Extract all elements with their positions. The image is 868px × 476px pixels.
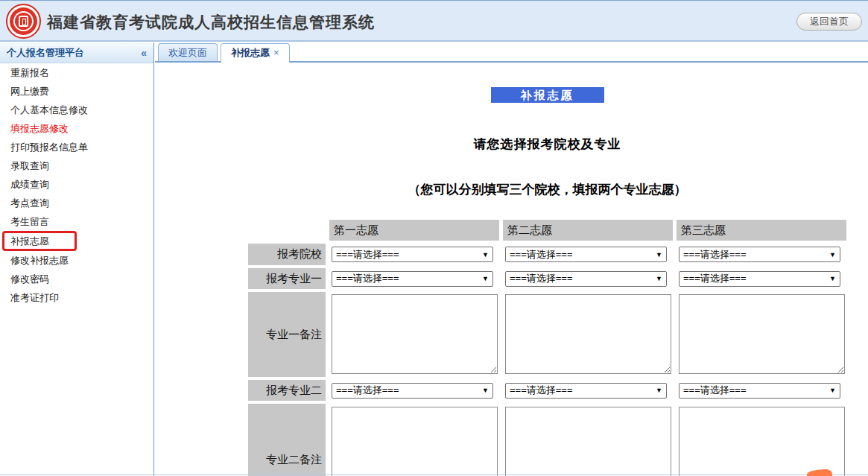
row-label-major1: 报考专业一 — [248, 268, 326, 289]
corner-spacer-cell — [248, 220, 326, 241]
select-value: ===请选择=== — [510, 272, 573, 285]
major2-remark-textarea-choice-1[interactable] — [332, 407, 498, 476]
sidebar-item-change-password[interactable]: 修改密码 — [0, 270, 153, 288]
sidebar-item-print-admission-ticket[interactable]: 准考证打印 — [0, 288, 153, 307]
major1-select-choice-3[interactable]: ===请选择===▼ — [679, 271, 840, 287]
sidebar-header: 个人报名管理平台 « — [0, 42, 153, 63]
sidebar-item-admission-query[interactable]: 录取查询 — [0, 156, 153, 175]
column-header-first-choice: 第一志愿 — [329, 220, 499, 241]
tab-bar: 欢迎页面 补报志愿× — [155, 42, 868, 63]
sidebar: 个人报名管理平台 « 重新报名 网上缴费 个人基本信息修改 填报志愿修改 打印预… — [0, 42, 154, 476]
page-title: 福建省教育考试院成人高校招生信息管理系统 — [47, 12, 375, 33]
form-subheading: （您可以分别填写三个院校，填报两个专业志愿） — [248, 181, 846, 198]
row-label-college: 报考院校 — [248, 244, 326, 265]
dropdown-arrow-icon: ▼ — [482, 275, 489, 282]
college-select-choice-3[interactable]: ===请选择===▼ — [679, 247, 840, 262]
column-header-third-choice: 第三志愿 — [677, 220, 846, 241]
sidebar-item-reregister[interactable]: 重新报名 — [0, 63, 153, 82]
app-header: 福建省教育考试院成人高校招生信息管理系统 返回首页 — [0, 0, 868, 42]
major2-remark-textarea-choice-2[interactable] — [505, 407, 671, 476]
major2-remark-textarea-choice-3[interactable] — [679, 407, 845, 476]
section-banner: 补报志愿 — [491, 87, 604, 103]
sidebar-item-candidate-message[interactable]: 考生留言 — [0, 212, 153, 231]
major2-select-choice-2[interactable]: ===请选择===▼ — [505, 383, 667, 399]
row-label-major1-remark: 专业一备注 — [248, 292, 326, 377]
sidebar-item-edit-application[interactable]: 填报志愿修改 — [0, 119, 153, 138]
sidebar-item-examsite-query[interactable]: 考点查询 — [0, 194, 153, 212]
sidebar-title: 个人报名管理平台 — [7, 46, 84, 60]
sidebar-item-score-query[interactable]: 成绩查询 — [0, 175, 153, 194]
column-header-second-choice: 第二志愿 — [503, 220, 673, 241]
select-value: ===请选择=== — [683, 384, 747, 397]
sidebar-item-print-preregistration-sheet[interactable]: 打印预报名信息单 — [0, 138, 153, 156]
dropdown-arrow-icon: ▼ — [829, 387, 836, 394]
college-select-choice-2[interactable]: ===请选择===▼ — [505, 247, 667, 262]
select-value: ===请选择=== — [336, 248, 399, 261]
dropdown-arrow-icon: ▼ — [656, 387, 662, 394]
major2-select-choice-3[interactable]: ===请选择===▼ — [679, 383, 840, 399]
sidebar-menu: 重新报名 网上缴费 个人基本信息修改 填报志愿修改 打印预报名信息单 录取查询 … — [0, 63, 153, 307]
main-area: 欢迎页面 补报志愿× 补报志愿 请您选择报考院校及专业 （您可以分别填写三个院校… — [155, 42, 868, 476]
major2-select-choice-1[interactable]: ===请选择===▼ — [332, 383, 493, 399]
dropdown-arrow-icon: ▼ — [656, 275, 662, 282]
sidebar-item-online-payment[interactable]: 网上缴费 — [0, 82, 153, 101]
tab-supplementary-application[interactable]: 补报志愿× — [221, 43, 290, 63]
dropdown-arrow-icon: ▼ — [656, 251, 662, 258]
dropdown-arrow-icon: ▼ — [482, 251, 489, 258]
select-value: ===请选择=== — [336, 272, 399, 285]
select-value: ===请选择=== — [510, 248, 573, 261]
major1-remark-textarea-choice-3[interactable] — [679, 294, 845, 374]
close-tab-icon[interactable]: × — [273, 47, 279, 58]
major1-select-choice-2[interactable]: ===请选择===▼ — [505, 271, 667, 287]
sidebar-item-edit-basic-info[interactable]: 个人基本信息修改 — [0, 101, 153, 119]
dropdown-arrow-icon: ▼ — [829, 251, 836, 258]
dropdown-arrow-icon: ▼ — [482, 387, 489, 394]
row-label-major2-remark: 专业二备注 — [248, 404, 326, 476]
tab-supplementary-label: 补报志愿 — [231, 47, 270, 58]
dropdown-arrow-icon: ▼ — [829, 275, 836, 282]
select-value: ===请选择=== — [683, 272, 747, 285]
select-value: ===请选择=== — [683, 248, 747, 261]
return-home-button[interactable]: 返回首页 — [796, 13, 862, 31]
window-bottom-edge — [0, 475, 868, 475]
college-select-choice-1[interactable]: ===请选择===▼ — [332, 247, 493, 262]
application-form-table: 第一志愿 第二志愿 第三志愿 报考院校 ===请选择===▼ ===请选择===… — [248, 220, 846, 476]
institution-seal-icon — [6, 4, 41, 39]
sidebar-item-supplementary-application[interactable]: 补报志愿 — [2, 231, 77, 251]
select-value: ===请选择=== — [510, 384, 573, 397]
form-heading: 请您选择报考院校及专业 — [248, 136, 846, 153]
content: 补报志愿 请您选择报考院校及专业 （您可以分别填写三个院校，填报两个专业志愿） … — [155, 63, 868, 476]
tab-welcome-label: 欢迎页面 — [168, 47, 207, 58]
major1-remark-textarea-choice-1[interactable] — [332, 294, 498, 374]
tab-welcome-page[interactable]: 欢迎页面 — [158, 43, 218, 61]
major1-select-choice-1[interactable]: ===请选择===▼ — [332, 271, 493, 287]
major1-remark-textarea-choice-2[interactable] — [505, 294, 671, 374]
collapse-sidebar-icon[interactable]: « — [141, 47, 147, 59]
sidebar-item-edit-supplementary-application[interactable]: 修改补报志愿 — [0, 251, 153, 270]
select-value: ===请选择=== — [336, 384, 399, 397]
row-label-major2: 报考专业二 — [248, 380, 326, 401]
